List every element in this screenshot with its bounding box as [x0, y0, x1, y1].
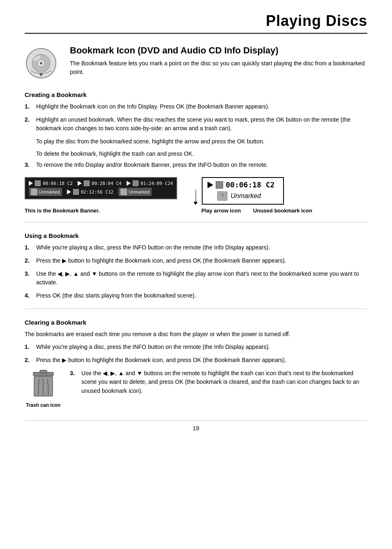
creating-heading: Creating a Bookmark	[25, 91, 367, 98]
play-arrow-label: Play arrow icon	[201, 208, 241, 214]
bm-sq-1	[35, 180, 41, 186]
bm-sq-2	[84, 180, 90, 186]
clearing-heading: Clearing a Bookmark	[25, 319, 367, 326]
page-number: 19	[25, 420, 367, 431]
bm-sq-4	[73, 189, 79, 195]
trash-section: Trash can icon 3. Use the ◀, ▶, ▲ and ▼ …	[25, 369, 367, 408]
unused-bookmark-label: Unused bookmark icon	[253, 208, 312, 214]
section-heading: Bookmark Icon (DVD and Audio CD Info Dis…	[70, 45, 367, 56]
play-arrow-icon-2	[78, 181, 82, 186]
banner-left-display: 00:06:18 C2 00:28:04 C4 01:24:09 C24	[25, 177, 177, 199]
play-arrow-icon-4	[67, 189, 71, 194]
section-header-text: Bookmark Icon (DVD and Audio CD Info Dis…	[70, 45, 367, 76]
bookmark-right-area: 00:06:18 C2 ? Unmarked	[194, 177, 284, 205]
br-play-arrow	[208, 182, 213, 188]
creating-list-2: 3. To remove the Info Display and/or Boo…	[25, 161, 367, 170]
using-step-4: 4. Press OK (the disc starts playing fro…	[25, 291, 367, 300]
creating-step-2: 2. Highlight an unused bookmark. When th…	[25, 115, 367, 133]
bm-cell-3: 01:24:09 C24	[127, 180, 173, 186]
indent-para-2: To delete the bookmark, highlight the tr…	[36, 150, 367, 159]
using-step-1: 1. While you're playing a disc, press th…	[25, 243, 367, 252]
creating-step-1: 1. Highlight the Bookmark icon on the In…	[25, 102, 367, 111]
disc-icon-area	[25, 47, 62, 81]
bm-cell-1: 00:06:18 C2	[29, 180, 73, 186]
svg-text:?: ?	[221, 193, 224, 199]
bookmark-banner-left: 00:06:18 C2 00:28:04 C4 01:24:09 C24	[25, 177, 177, 199]
play-arrow-icon-3	[127, 181, 131, 186]
br-time: 00:06:18 C2	[226, 180, 274, 189]
bookmark-caption: This is the Bookmark Banner. Play arrow …	[25, 208, 367, 214]
banner-right-inner: 00:06:18 C2 ? Unmarked	[208, 180, 278, 201]
clearing-step-3: 3. Use the ◀, ▶, ▲ and ▼ buttons on the …	[70, 369, 367, 396]
trash-icon-area: Trash can icon	[25, 369, 62, 408]
creating-list: 1. Highlight the Bookmark icon on the In…	[25, 102, 367, 133]
trash-can-label: Trash can icon	[26, 402, 60, 408]
clearing-step-2: 2. Press the ▶ button to highlight the B…	[25, 356, 367, 365]
svg-rect-9	[40, 370, 47, 373]
page-title: Playing Discs	[25, 12, 367, 30]
using-step-2: 2. Press the ▶ button to highlight the B…	[25, 256, 367, 265]
using-heading: Using a Bookmark	[25, 232, 367, 239]
bm-sq-3	[133, 180, 138, 186]
clearing-list: 1. While you're playing a disc, press th…	[25, 343, 367, 364]
clearing-intro: The bookmarks are erased each time you r…	[25, 330, 367, 339]
bc-right-labels: Play arrow icon Unused bookmark icon	[201, 208, 312, 214]
br-icon-sq	[216, 181, 223, 189]
disc-icon	[25, 47, 58, 80]
bc-left-label: This is the Bookmark Banner.	[25, 208, 197, 214]
page-title-bar: Playing Discs	[25, 12, 367, 34]
arrow-line	[196, 189, 196, 202]
arrow-down	[194, 202, 198, 205]
br-bottom-row: ? Unmarked	[217, 191, 278, 201]
divider-2	[25, 309, 367, 309]
bm-unmarked-1: Unmarked	[29, 188, 62, 196]
br-unmarked-text: Unmarked	[231, 192, 261, 200]
br-top-row: 00:06:18 C2	[208, 180, 278, 189]
svg-point-3	[40, 62, 42, 65]
bm-unmarked-2: Unmarked	[118, 188, 152, 196]
bm-cell-2: 00:28:04 C4	[78, 180, 122, 186]
bookmark-images: 00:06:18 C2 00:28:04 C4 01:24:09 C24	[25, 177, 367, 205]
clearing-step-3-content: 3. Use the ◀, ▶, ▲ and ▼ buttons on the …	[70, 369, 367, 400]
creating-step-3: 3. To remove the Info Display and/or Boo…	[25, 161, 367, 170]
indent-para-1: To play the disc from the bookmarked sce…	[36, 137, 367, 146]
page: Playing Discs Bookmark Icon (DVD and Aud…	[0, 0, 392, 549]
bm-unmarked-icon-2	[120, 189, 127, 195]
section-intro: The Bookmark feature lets you mark a poi…	[70, 59, 367, 76]
banner-right-display: 00:06:18 C2 ? Unmarked	[202, 177, 284, 205]
using-step-3: 3. Use the ◀, ▶, ▲ and ▼ buttons on the …	[25, 270, 367, 287]
using-list: 1. While you're playing a disc, press th…	[25, 243, 367, 300]
trash-can-icon	[30, 369, 57, 400]
divider-1	[25, 222, 367, 222]
br-unmarked-icon: ?	[217, 191, 228, 201]
section-header: Bookmark Icon (DVD and Audio CD Info Dis…	[25, 45, 367, 81]
play-arrow-icon-1	[29, 181, 33, 186]
arrow-indicator	[194, 189, 198, 205]
clearing-step-1: 1. While you're playing a disc, press th…	[25, 343, 367, 352]
bm-unmarked-icon-1	[31, 189, 37, 195]
bm-cell-4: 02:12:56 C12	[67, 189, 113, 195]
